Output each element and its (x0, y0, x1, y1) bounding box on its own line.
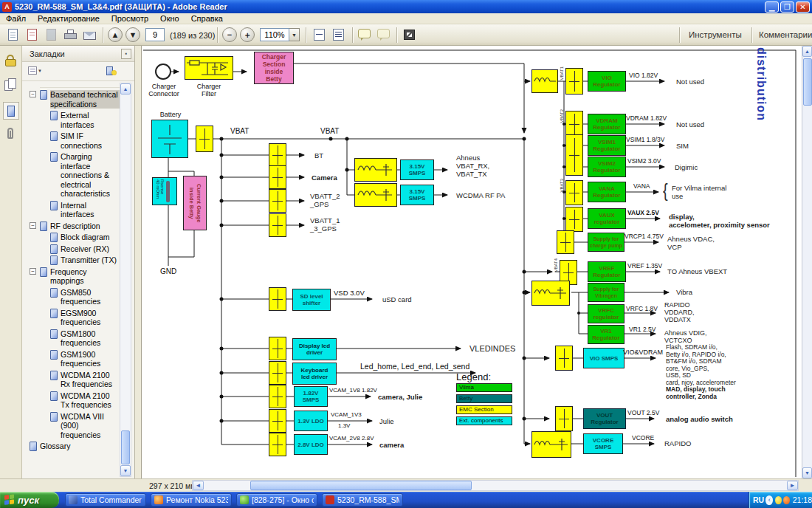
page-size-label: 297 x 210 мм (149, 481, 196, 490)
emc-inductor-box (531, 69, 558, 93)
bookmark-options-icon[interactable]: ▼ (28, 66, 41, 77)
bookmark-item[interactable]: WCDMA 2100 Tx frequencies (24, 391, 120, 410)
page-number-input[interactable] (145, 28, 165, 41)
bookmark-item[interactable]: −Baseband technical specifications (24, 90, 120, 109)
scroll-right-button[interactable]: ► (787, 481, 798, 490)
attachments-paperclip-icon[interactable] (4, 127, 18, 140)
menu-Окно[interactable]: Окно (154, 14, 185, 23)
inductor-icon (532, 281, 569, 305)
clock[interactable]: 21:18 (793, 495, 812, 504)
scroll-up-button[interactable]: ▲ (120, 83, 131, 95)
bookmark-item[interactable]: WCDMA 2100 Rx frequencies (24, 371, 120, 389)
ahneus-vbat-target: Ahneus VBAT_RX, VBAT_TX (456, 154, 489, 178)
scrollbar-thumb[interactable] (803, 58, 812, 106)
bookmark-item[interactable]: Transmitter (TX) (24, 255, 120, 265)
expander-icon[interactable]: − (30, 222, 36, 229)
target-label: For Vilma internal use (672, 184, 726, 200)
bookmark-item[interactable]: SIM IF connections (24, 131, 120, 150)
voltage-label: VRCP1 4.75V (625, 233, 664, 240)
comments-menu[interactable]: Комментарии (759, 30, 812, 39)
bookmarks-panel-icon[interactable] (3, 102, 19, 120)
bookmark-item[interactable]: Block diagram (24, 233, 120, 242)
bookmark-item[interactable]: EGSM900 frequencies (24, 309, 120, 327)
fit-width-button[interactable] (311, 27, 328, 44)
bookmark-label: Internal interfaces (61, 201, 120, 219)
zoom-dropdown-button[interactable]: ▼ (289, 28, 300, 41)
expand-bookmark-icon[interactable] (105, 66, 118, 77)
language-indicator[interactable]: RU (753, 495, 764, 504)
menu-Справка[interactable]: Справка (185, 14, 229, 23)
bookmark-item[interactable]: GSM1900 frequencies (24, 350, 120, 368)
task-label: [828-275] - Окно соо... (252, 495, 314, 504)
bookmark-item[interactable]: WCDMA VIII (900) frequencies (24, 412, 120, 440)
next-page-button[interactable]: ▼ (125, 27, 140, 42)
zoom-out-button[interactable]: − (222, 27, 237, 42)
security-lock-icon[interactable] (4, 55, 18, 68)
vledindes-target: VLEDINDES (469, 344, 515, 353)
scrollbar-thumb[interactable] (121, 430, 130, 464)
clipped-bookmark-item[interactable] (40, 83, 120, 88)
taskbar-button[interactable]: Ремонт Nokia 5230 п... (151, 493, 232, 507)
expander-icon[interactable]: − (30, 91, 36, 97)
scroll-down-button[interactable]: ▼ (120, 465, 131, 476)
panel-menu-button[interactable]: ▪ (121, 49, 131, 59)
bookmarks-scrollbar[interactable]: ▲ ▼ (120, 83, 131, 477)
legend-item: Betty (456, 394, 512, 403)
scroll-left-button[interactable]: ◄ (193, 481, 204, 490)
bookmark-item[interactable]: GSM850 frequencies (24, 288, 120, 306)
menu-Редактирование[interactable]: Редактирование (32, 14, 106, 23)
email-button[interactable] (81, 27, 99, 44)
tools-menu[interactable]: Инструменты (689, 30, 742, 39)
panel-splitter[interactable] (135, 46, 142, 478)
export-button[interactable] (24, 27, 41, 44)
legend-title: Legend: (456, 371, 491, 382)
restore-button[interactable]: ❒ (780, 1, 794, 13)
menu-Просмотр[interactable]: Просмотр (106, 14, 154, 23)
fullscreen-button[interactable] (401, 27, 419, 44)
bookmark-item[interactable]: Receiver (RX) (24, 244, 120, 254)
save-copy-button[interactable] (4, 27, 22, 44)
zoom-level-input[interactable] (260, 28, 289, 41)
hide-icons-chevron[interactable]: ‹ (765, 495, 773, 505)
previous-page-button[interactable]: ▲ (108, 27, 123, 42)
document-hscrollbar[interactable]: ◄ ► (192, 480, 799, 491)
expander-icon[interactable]: − (30, 268, 36, 275)
close-button[interactable]: ✕ (796, 1, 810, 13)
bookmark-item[interactable]: GSM1800 frequencies (24, 329, 120, 348)
taskbar-button[interactable]: Total Commander 7.5... (65, 493, 146, 507)
adobe-reader-icon: A (2, 2, 12, 12)
filter-circuit-icon (185, 57, 233, 79)
highlight-button[interactable] (377, 29, 390, 38)
target-label: Digimic (675, 163, 698, 171)
scroll-down-button[interactable]: ▼ (802, 467, 812, 478)
bookmarks-panel: Закладки ▪ ▼ −Baseband technical specifi… (22, 46, 135, 478)
charger-connector-symbol (155, 64, 171, 80)
bookmark-item[interactable]: −Frequency mappings (24, 267, 120, 286)
document-vscrollbar[interactable]: ▲ ▼ (802, 46, 812, 478)
print-button[interactable] (62, 27, 80, 44)
pages-panel-icon[interactable] (4, 78, 18, 92)
sticky-note-button[interactable] (358, 29, 371, 38)
charger-section-box: Charger Section inside Betty (254, 52, 294, 84)
zoom-in-button[interactable]: ＋ (240, 27, 255, 42)
taskbar-button[interactable]: [828-275] - Окно соо... (236, 493, 317, 507)
vbat-label-2: VBAT (320, 127, 339, 135)
start-button[interactable]: пуск (0, 492, 59, 508)
emc-box (269, 213, 286, 237)
tray-icon-1[interactable] (775, 496, 782, 504)
tray-icon-2[interactable] (783, 496, 790, 504)
bookmark-item[interactable]: Internal interfaces (24, 201, 120, 219)
minimize-button[interactable]: ▁ (765, 1, 779, 13)
bookmark-item[interactable]: Charging interface connections & electri… (24, 152, 120, 199)
bookmark-item[interactable]: External interfaces (24, 111, 120, 129)
vdram-regulator-box: VDRAM Regulator (588, 114, 626, 134)
taskbar-button[interactable]: 5230_RM-588_SM_L3... (322, 493, 403, 507)
scrollbar-thumb[interactable] (250, 481, 472, 490)
bookmark-item[interactable]: −RF description (24, 222, 120, 231)
menu-Файл[interactable]: Файл (0, 14, 32, 23)
scroll-up-button[interactable]: ▲ (802, 46, 812, 57)
bookmark-item[interactable]: Glossary (24, 442, 120, 451)
save-button[interactable] (43, 27, 61, 44)
fit-page-button[interactable] (330, 27, 348, 44)
charge-pump-supply-box: Supply for charge pump (588, 233, 625, 252)
